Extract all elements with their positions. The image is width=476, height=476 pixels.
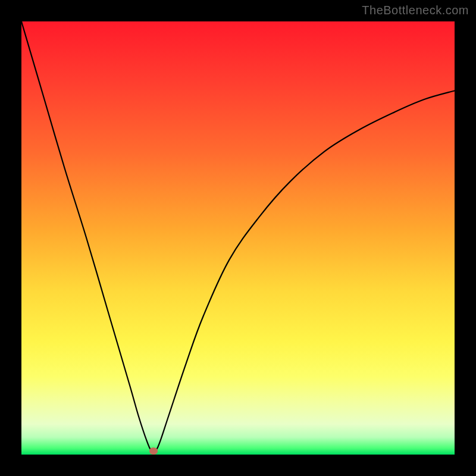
watermark-label: TheBottleneck.com — [362, 4, 469, 17]
bottleneck-curve — [21, 21, 455, 455]
chart-plot-area — [21, 21, 455, 455]
optimal-point-marker — [149, 447, 158, 455]
chart-frame: TheBottleneck.com — [0, 0, 476, 476]
